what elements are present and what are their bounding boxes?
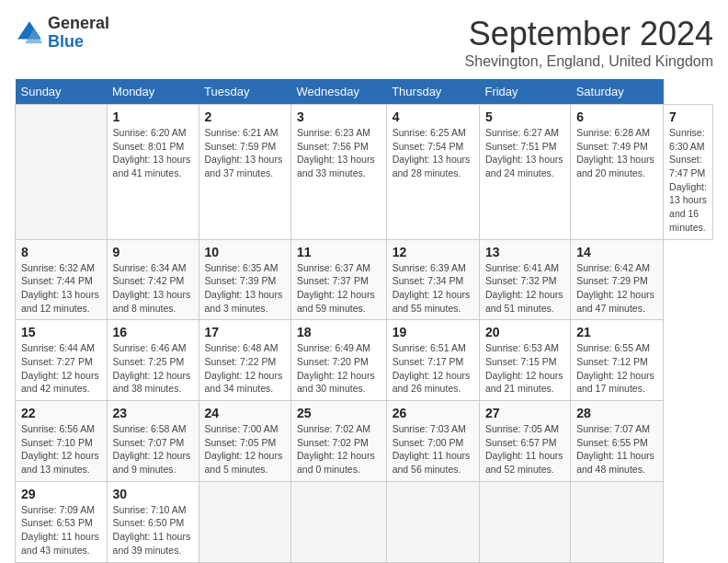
calendar-cell: 3 Sunrise: 6:23 AMSunset: 7:56 PMDayligh…	[291, 105, 387, 240]
day-header-monday: Monday	[107, 79, 199, 105]
day-number: 23	[113, 406, 193, 420]
day-info: Sunrise: 6:20 AMSunset: 8:01 PMDaylight:…	[113, 126, 193, 180]
day-info: Sunrise: 6:21 AMSunset: 7:59 PMDaylight:…	[205, 126, 285, 180]
day-info: Sunrise: 7:00 AMSunset: 7:05 PMDaylight:…	[205, 422, 285, 477]
day-info: Sunrise: 7:09 AMSunset: 6:53 PMDaylight:…	[21, 503, 101, 557]
day-number: 5	[485, 109, 564, 124]
calendar-cell	[291, 481, 387, 562]
day-info: Sunrise: 6:49 AMSunset: 7:20 PMDaylight:…	[297, 341, 381, 396]
day-info: Sunrise: 6:28 AMSunset: 7:49 PMDaylight:…	[576, 126, 657, 180]
calendar-cell: 8 Sunrise: 6:32 AMSunset: 7:44 PMDayligh…	[16, 239, 108, 320]
calendar-cell	[16, 105, 108, 240]
calendar-cell: 22 Sunrise: 6:56 AMSunset: 7:10 PMDaylig…	[16, 401, 108, 482]
day-header-friday: Friday	[479, 79, 570, 105]
day-number: 20	[485, 325, 564, 339]
calendar-cell: 24 Sunrise: 7:00 AMSunset: 7:05 PMDaylig…	[199, 401, 290, 482]
calendar-cell: 29 Sunrise: 7:09 AMSunset: 6:53 PMDaylig…	[16, 481, 108, 562]
day-number: 10	[205, 245, 285, 259]
calendar-table: SundayMondayTuesdayWednesdayThursdayFrid…	[15, 79, 713, 563]
day-number: 17	[205, 325, 285, 339]
day-number: 19	[392, 325, 473, 339]
header: General Blue September 2024 Shevington, …	[15, 15, 713, 70]
day-info: Sunrise: 6:25 AMSunset: 7:54 PMDaylight:…	[392, 126, 473, 180]
calendar-cell: 9 Sunrise: 6:34 AMSunset: 7:42 PMDayligh…	[107, 239, 199, 320]
day-info: Sunrise: 6:42 AMSunset: 7:29 PMDaylight:…	[576, 261, 657, 316]
calendar-cell	[199, 481, 290, 562]
calendar-cell: 23 Sunrise: 6:58 AMSunset: 7:07 PMDaylig…	[107, 401, 199, 482]
calendar-cell: 25 Sunrise: 7:02 AMSunset: 7:02 PMDaylig…	[291, 401, 387, 482]
day-number: 27	[485, 406, 564, 420]
day-info: Sunrise: 6:53 AMSunset: 7:15 PMDaylight:…	[485, 341, 564, 396]
header-row: SundayMondayTuesdayWednesdayThursdayFrid…	[16, 79, 713, 105]
calendar-cell: 21 Sunrise: 6:55 AMSunset: 7:12 PMDaylig…	[571, 320, 664, 401]
day-info: Sunrise: 6:37 AMSunset: 7:37 PMDaylight:…	[297, 261, 381, 316]
day-header-saturday: Saturday	[571, 79, 664, 105]
day-info: Sunrise: 7:07 AMSunset: 6:55 PMDaylight:…	[576, 422, 657, 477]
day-number: 28	[576, 406, 657, 420]
day-number: 6	[576, 109, 657, 124]
day-number: 18	[297, 325, 381, 339]
calendar-cell: 19 Sunrise: 6:51 AMSunset: 7:17 PMDaylig…	[386, 320, 479, 401]
logo: General Blue	[15, 15, 109, 52]
calendar-cell: 4 Sunrise: 6:25 AMSunset: 7:54 PMDayligh…	[386, 105, 479, 240]
day-info: Sunrise: 6:41 AMSunset: 7:32 PMDaylight:…	[485, 261, 564, 316]
calendar-cell: 26 Sunrise: 7:03 AMSunset: 7:00 PMDaylig…	[386, 401, 479, 482]
calendar-cell: 17 Sunrise: 6:48 AMSunset: 7:22 PMDaylig…	[199, 320, 290, 401]
calendar-cell: 6 Sunrise: 6:28 AMSunset: 7:49 PMDayligh…	[571, 105, 664, 240]
day-info: Sunrise: 6:46 AMSunset: 7:25 PMDaylight:…	[113, 341, 193, 396]
calendar-cell: 2 Sunrise: 6:21 AMSunset: 7:59 PMDayligh…	[199, 105, 290, 240]
week-row-0: 1 Sunrise: 6:20 AMSunset: 8:01 PMDayligh…	[16, 105, 713, 240]
day-number: 25	[297, 406, 381, 420]
day-number: 3	[297, 109, 381, 124]
calendar-cell	[386, 481, 479, 562]
day-number: 13	[485, 245, 564, 259]
calendar-cell	[571, 481, 664, 562]
day-info: Sunrise: 6:58 AMSunset: 7:07 PMDaylight:…	[113, 422, 193, 477]
day-header-tuesday: Tuesday	[199, 79, 290, 105]
location: Shevington, England, United Kingdom	[465, 53, 713, 70]
day-number: 30	[113, 487, 193, 501]
calendar-cell: 7 Sunrise: 6:30 AMSunset: 7:47 PMDayligh…	[664, 105, 713, 240]
week-row-2: 15 Sunrise: 6:44 AMSunset: 7:27 PMDaylig…	[16, 320, 713, 401]
day-number: 16	[113, 325, 193, 339]
calendar-cell: 12 Sunrise: 6:39 AMSunset: 7:34 PMDaylig…	[386, 239, 479, 320]
day-header-wednesday: Wednesday	[291, 79, 387, 105]
calendar-cell: 5 Sunrise: 6:27 AMSunset: 7:51 PMDayligh…	[479, 105, 570, 240]
day-number: 4	[392, 109, 473, 124]
calendar-cell: 20 Sunrise: 6:53 AMSunset: 7:15 PMDaylig…	[479, 320, 570, 401]
day-number: 12	[392, 245, 473, 259]
day-number: 21	[576, 325, 657, 339]
calendar-cell: 16 Sunrise: 6:46 AMSunset: 7:25 PMDaylig…	[107, 320, 199, 401]
day-info: Sunrise: 6:51 AMSunset: 7:17 PMDaylight:…	[392, 341, 473, 396]
day-info: Sunrise: 6:23 AMSunset: 7:56 PMDaylight:…	[297, 126, 381, 180]
day-info: Sunrise: 6:34 AMSunset: 7:42 PMDaylight:…	[113, 261, 193, 316]
day-info: Sunrise: 6:48 AMSunset: 7:22 PMDaylight:…	[205, 341, 285, 396]
day-number: 2	[205, 109, 285, 124]
day-info: Sunrise: 7:02 AMSunset: 7:02 PMDaylight:…	[297, 422, 381, 477]
day-info: Sunrise: 6:55 AMSunset: 7:12 PMDaylight:…	[576, 341, 657, 396]
logo-blue-text: Blue	[48, 32, 84, 51]
logo-text: General Blue	[48, 15, 109, 52]
calendar-cell: 1 Sunrise: 6:20 AMSunset: 8:01 PMDayligh…	[107, 105, 199, 240]
week-row-3: 22 Sunrise: 6:56 AMSunset: 7:10 PMDaylig…	[16, 401, 713, 482]
day-number: 11	[297, 245, 381, 259]
day-info: Sunrise: 6:56 AMSunset: 7:10 PMDaylight:…	[21, 422, 101, 477]
day-info: Sunrise: 6:39 AMSunset: 7:34 PMDaylight:…	[392, 261, 473, 316]
day-info: Sunrise: 6:32 AMSunset: 7:44 PMDaylight:…	[21, 261, 101, 316]
week-row-4: 29 Sunrise: 7:09 AMSunset: 6:53 PMDaylig…	[16, 481, 713, 562]
month-title: September 2024	[465, 15, 713, 53]
day-info: Sunrise: 6:27 AMSunset: 7:51 PMDaylight:…	[485, 126, 564, 180]
calendar-cell: 15 Sunrise: 6:44 AMSunset: 7:27 PMDaylig…	[16, 320, 108, 401]
calendar-cell: 11 Sunrise: 6:37 AMSunset: 7:37 PMDaylig…	[291, 239, 387, 320]
day-number: 8	[21, 245, 101, 259]
calendar-cell: 27 Sunrise: 7:05 AMSunset: 6:57 PMDaylig…	[479, 401, 570, 482]
day-header-thursday: Thursday	[386, 79, 479, 105]
title-section: September 2024 Shevington, England, Unit…	[465, 15, 713, 70]
day-info: Sunrise: 7:10 AMSunset: 6:50 PMDaylight:…	[113, 503, 193, 557]
calendar-cell: 18 Sunrise: 6:49 AMSunset: 7:20 PMDaylig…	[291, 320, 387, 401]
day-number: 24	[205, 406, 285, 420]
day-info: Sunrise: 6:35 AMSunset: 7:39 PMDaylight:…	[205, 261, 285, 316]
day-header-sunday: Sunday	[16, 79, 108, 105]
day-info: Sunrise: 6:44 AMSunset: 7:27 PMDaylight:…	[21, 341, 101, 396]
day-info: Sunrise: 7:03 AMSunset: 7:00 PMDaylight:…	[392, 422, 473, 477]
